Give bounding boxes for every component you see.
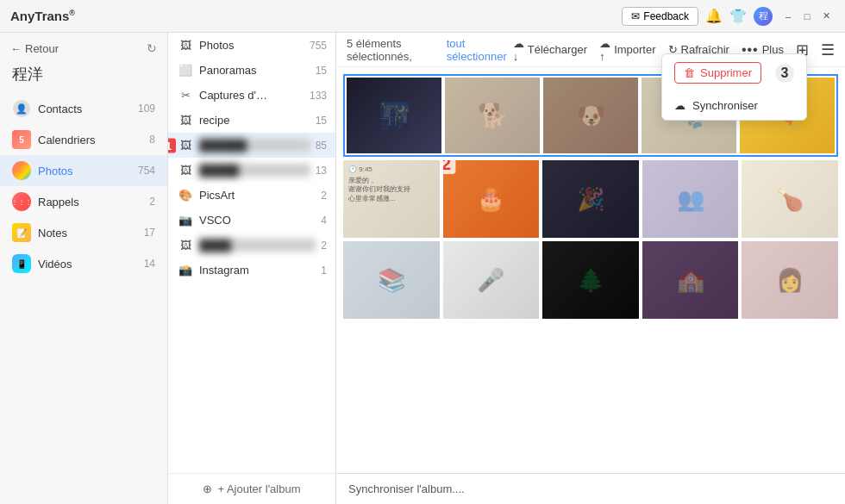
refresh-icon[interactable]: ↻ — [147, 41, 157, 55]
album-selected-count: 85 — [316, 140, 327, 152]
album-photos-count: 755 — [310, 40, 327, 52]
rappels-count: 2 — [149, 196, 155, 208]
photo-cell-6[interactable]: 🕐 9:45 亲爱的，谢谢你们对我的支持心里非常感激... — [343, 160, 440, 238]
account-avatar[interactable]: 程 — [754, 7, 773, 26]
photo-cell-7[interactable]: 🎂 2 — [443, 160, 540, 238]
album-item-blurred1[interactable]: 🖼 █████ 13 — [168, 158, 335, 183]
album-item-instagram[interactable]: 📸 Instagram 1 — [168, 258, 335, 283]
photo-cell-1[interactable]: 🌃 — [347, 78, 441, 153]
photos-count: 754 — [138, 165, 155, 177]
album-picsart-icon: 🎨 — [177, 189, 194, 202]
photo-cell-12[interactable]: 🎤 — [443, 241, 540, 319]
toolbar-left: 5 éléments sélectionnés, tout sélectionn… — [347, 37, 510, 63]
photo-cell-13[interactable]: 🌲 — [542, 241, 639, 319]
bell-icon[interactable]: 🔔 — [705, 8, 723, 24]
album-panoramas-icon: ⬜ — [177, 64, 194, 77]
album-item-blurred2[interactable]: 🖼 ████ 2 — [168, 233, 335, 258]
add-album-label: + Ajouter l'album — [217, 482, 300, 495]
photo-cell-15[interactable]: 👩 — [742, 241, 838, 319]
contacts-icon: 👤 — [12, 99, 31, 118]
add-album-button[interactable]: ⊕ + Ajouter l'album — [168, 473, 335, 504]
feedback-button[interactable]: ✉ Feedback — [622, 7, 698, 26]
videos-icon: 📱 — [12, 254, 31, 273]
app-title: AnyTrans® — [10, 9, 75, 23]
album-photos-icon: 🖼 — [177, 39, 194, 52]
album-instagram-icon: 📸 — [177, 264, 194, 277]
envelope-icon: ✉ — [631, 10, 640, 22]
title-bar-left: AnyTrans® — [10, 9, 75, 23]
photo-cell-10[interactable]: 🍗 — [742, 160, 838, 238]
supprimer-button[interactable]: 🗑 Supprimer — [674, 62, 761, 84]
sidebar: ← Retour ↻ 程洋 👤 Contacts 109 5 Calendrie… — [0, 33, 168, 504]
back-button[interactable]: ← Retour — [10, 42, 59, 55]
select-all-link[interactable]: tout sélectionner — [447, 37, 510, 63]
window-controls: – □ ✕ — [779, 8, 835, 25]
sidebar-item-videos[interactable]: 📱 Vidéos 14 — [0, 248, 167, 279]
sync-label: Synchroniser l'album.... — [348, 482, 465, 495]
album-item-captures[interactable]: ✂ Captures d'… 133 — [168, 83, 335, 108]
photo-cell-8[interactable]: 🎉 — [542, 160, 639, 238]
photos-icon — [12, 161, 31, 180]
album-blurred1-icon: 🖼 — [177, 164, 194, 177]
title-bar-right: ✉ Feedback 🔔 👕 程 – □ ✕ — [622, 7, 835, 26]
close-button[interactable]: ✕ — [817, 8, 835, 25]
album-panoramas-count: 15 — [316, 65, 327, 77]
contacts-count: 109 — [138, 103, 155, 115]
user-name: 程洋 — [0, 60, 167, 93]
photo-cell-14[interactable]: 🏫 — [642, 241, 739, 319]
album-item-photos[interactable]: 🖼 Photos 755 — [168, 33, 335, 58]
sync-bar: Synchroniser l'album.... — [336, 473, 845, 504]
contacts-label: Contacts — [38, 103, 131, 115]
album-selected-icon: 🖼 — [177, 139, 194, 152]
selected-count-text: 5 éléments sélectionnés, — [347, 37, 441, 63]
sidebar-item-photos[interactable]: Photos 754 — [0, 155, 167, 186]
photo-cell-2[interactable]: 🐕 — [445, 78, 540, 153]
calendriers-label: Calendriers — [38, 134, 142, 146]
notes-count: 17 — [144, 227, 155, 239]
album-blurred2-icon: 🖼 — [177, 239, 194, 252]
photo-cell-11[interactable]: 📚 — [343, 241, 440, 319]
album-item-picsart[interactable]: 🎨 PicsArt 2 — [168, 183, 335, 208]
rappels-label: Rappels — [38, 196, 142, 208]
photos-label: Photos — [38, 165, 131, 177]
album-instagram-count: 1 — [321, 264, 327, 277]
back-arrow-icon: ← — [10, 42, 22, 55]
album-instagram-name: Instagram — [199, 264, 316, 277]
album-blurred1-count: 13 — [316, 165, 327, 177]
download-button[interactable]: ☁↓ Télécharger — [513, 37, 587, 63]
add-album-plus-icon: ⊕ — [203, 482, 212, 495]
album-item-vsco[interactable]: 📷 VSCO 4 — [168, 208, 335, 233]
album-blurred2-name: ████ — [199, 239, 316, 252]
album-item-selected[interactable]: 🖼 ██████ 85 1 — [168, 133, 335, 158]
calendriers-icon: 5 — [12, 130, 31, 149]
minimize-button[interactable]: – — [779, 8, 797, 25]
album-item-recipe[interactable]: 🖼 recipe 15 — [168, 108, 335, 133]
list-view-toggle[interactable]: ☰ — [821, 40, 835, 59]
calendriers-count: 8 — [149, 134, 155, 146]
badge-1: 1 — [168, 138, 176, 152]
videos-label: Vidéos — [38, 258, 137, 271]
import-button[interactable]: ☁↑ Importer — [599, 37, 655, 63]
album-panel: 🖼 Photos 755 ⬜ Panoramas 15 ✂ Captures d… — [168, 33, 336, 504]
maximize-button[interactable]: □ — [798, 8, 816, 25]
videos-count: 14 — [144, 258, 155, 270]
photo-cell-3[interactable]: 🐶 — [543, 78, 638, 153]
sidebar-item-contacts[interactable]: 👤 Contacts 109 — [0, 93, 167, 124]
album-captures-icon: ✂ — [177, 89, 194, 102]
album-recipe-name: recipe — [199, 114, 310, 127]
photo-row-3: 📚 🎤 🌲 🏫 — [343, 241, 838, 319]
album-item-panoramas[interactable]: ⬜ Panoramas 15 — [168, 58, 335, 83]
notes-label: Notes — [38, 227, 137, 240]
title-bar: AnyTrans® ✉ Feedback 🔔 👕 程 – □ ✕ — [0, 0, 845, 33]
album-captures-name: Captures d'… — [199, 89, 304, 102]
album-list: 🖼 Photos 755 ⬜ Panoramas 15 ✂ Captures d… — [168, 33, 335, 473]
synchroniser-menu-item[interactable]: ☁ Synchroniser — [662, 91, 806, 120]
sidebar-item-rappels[interactable]: ⋮⋮⋮ Rappels 2 — [0, 186, 167, 217]
supprimer-menu-item[interactable]: 🗑 Supprimer 3 — [662, 54, 806, 91]
sidebar-item-calendriers[interactable]: 5 Calendriers 8 — [0, 124, 167, 155]
context-menu: 🗑 Supprimer 3 ☁ Synchroniser — [661, 53, 807, 121]
photo-cell-9[interactable]: 👥 — [642, 160, 739, 238]
shirt-icon[interactable]: 👕 — [729, 8, 747, 24]
sync-icon: ☁ — [674, 99, 685, 112]
sidebar-item-notes[interactable]: 📝 Notes 17 — [0, 217, 167, 248]
